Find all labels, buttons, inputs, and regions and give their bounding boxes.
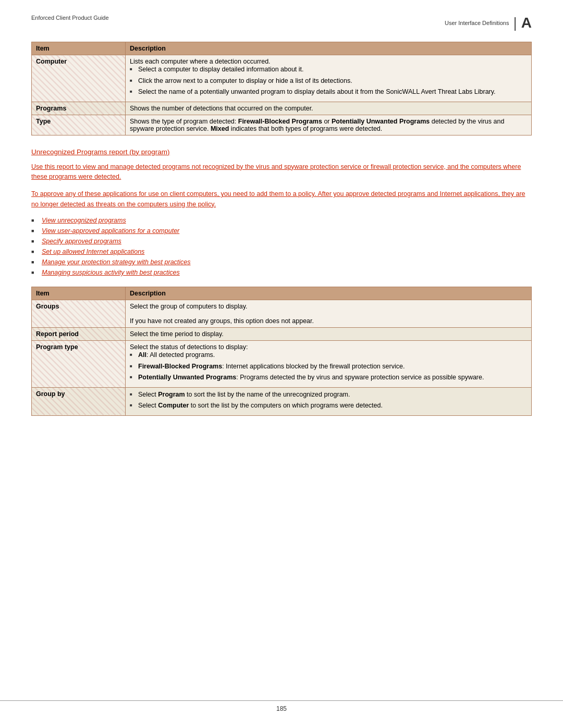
table2-item-report-period: Report period (32, 328, 126, 341)
table-row: Program type Select the status of detect… (32, 341, 532, 388)
table-row: Group by Select Program to sort the list… (32, 387, 532, 415)
header-right: User Interface Definitions | A (445, 15, 532, 31)
program-type-bullets: All: All detected programs. Firewall-Blo… (130, 351, 527, 382)
link-manage-strategy[interactable]: Manage your protection strategy with bes… (42, 258, 191, 266)
link-list: View unrecognized programs View user-app… (31, 217, 532, 276)
table2-desc-groups: Select the group of computers to display… (126, 300, 532, 328)
table2-desc-program-type: Select the status of detections to displ… (126, 341, 532, 388)
list-item[interactable]: Specify approved programs (31, 238, 532, 245)
table-row: Programs Shows the number of detections … (32, 102, 532, 115)
header-right-text: User Interface Definitions (445, 20, 509, 26)
header-separator: | (513, 16, 517, 30)
table1-desc-type: Shows the type of program detected: Fire… (126, 115, 532, 135)
table1-item-type: Type (32, 115, 126, 135)
table2-col-item: Item (32, 287, 126, 300)
header-left: Enforced Client Product Guide (31, 15, 109, 21)
main-content: Item Description Computer Lists each com… (0, 36, 563, 449)
list-item[interactable]: Set up allowed Internet applications (31, 248, 532, 255)
table1-item-computer: Computer (32, 55, 126, 102)
page-number: 185 (276, 705, 287, 712)
link-setup-internet[interactable]: Set up allowed Internet applications (42, 248, 144, 255)
table1-desc-programs: Shows the number of detections that occu… (126, 102, 532, 115)
link-specify-approved[interactable]: Specify approved programs (42, 238, 121, 245)
table2-item-program-type: Program type (32, 341, 126, 388)
table-row: Computer Lists each computer where a det… (32, 55, 532, 102)
section-heading: Unrecognized Programs report (by program… (31, 148, 532, 156)
table-row: Groups Select the group of computers to … (32, 300, 532, 328)
table-row: Type Shows the type of program detected:… (32, 115, 532, 135)
link-view-unrecognized[interactable]: View unrecognized programs (42, 217, 126, 224)
list-item[interactable]: Manage your protection strategy with bes… (31, 258, 532, 266)
table2-item-groups: Groups (32, 300, 126, 328)
table-2: Item Description Groups Select the group… (31, 287, 532, 416)
page-footer: 185 (0, 700, 563, 712)
list-item[interactable]: View user-approved applications for a co… (31, 227, 532, 235)
bullet-item: Potentially Unwanted Programs: Programs … (130, 373, 527, 382)
group-by-bullets: Select Program to sort the list by the n… (130, 390, 527, 411)
section-para2: To approve any of these applications for… (31, 189, 532, 209)
bullet-item: Firewall-Blocked Programs: Internet appl… (130, 362, 527, 372)
table2-desc-group-by: Select Program to sort the list by the n… (126, 387, 532, 415)
table1-item-programs: Programs (32, 102, 126, 115)
bullet-item: All: All detected programs. (130, 351, 527, 360)
table2-col-desc: Description (126, 287, 532, 300)
bullet-item: Click the arrow next to a computer to di… (130, 77, 527, 86)
list-item[interactable]: Managing suspicious activity with best p… (31, 269, 532, 276)
table2-desc-report-period: Select the time period to display. (126, 328, 532, 341)
table1-col-desc: Description (126, 42, 532, 55)
bullet-item: Select a computer to display detailed in… (130, 65, 527, 75)
table1-desc-computer: Lists each computer where a detection oc… (126, 55, 532, 102)
link-managing-suspicious[interactable]: Managing suspicious activity with best p… (42, 269, 180, 276)
list-item[interactable]: View unrecognized programs (31, 217, 532, 224)
table1-col-item: Item (32, 42, 126, 55)
header-letter: A (521, 15, 532, 31)
page-header: Enforced Client Product Guide User Inter… (0, 0, 563, 36)
table-1: Item Description Computer Lists each com… (31, 42, 532, 135)
bullet-item: Select Computer to sort the list by the … (130, 401, 527, 411)
table2-item-group-by: Group by (32, 387, 126, 415)
link-view-user-approved[interactable]: View user-approved applications for a co… (42, 227, 179, 235)
section-para1: Use this report to view and manage detec… (31, 162, 532, 182)
bullet-item: Select Program to sort the list by the n… (130, 390, 527, 400)
table-row: Report period Select the time period to … (32, 328, 532, 341)
computer-bullets: Select a computer to display detailed in… (130, 65, 527, 97)
bullet-item: Select the name of a potentially unwante… (130, 88, 527, 97)
